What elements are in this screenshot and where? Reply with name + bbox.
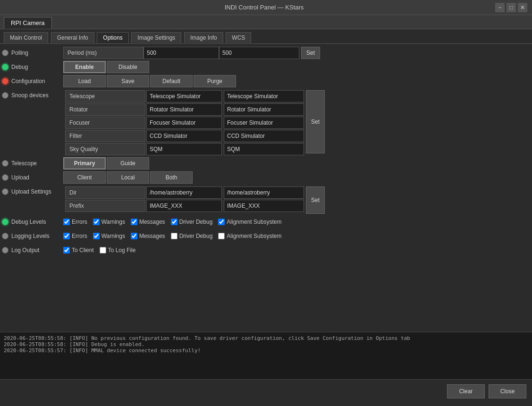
snoop-label: Snoop devices <box>11 92 63 99</box>
snoop-filter-input1[interactable] <box>146 130 222 142</box>
snoop-telescope-label: Telescope <box>65 90 145 102</box>
snoop-rotator-input2[interactable] <box>224 103 304 116</box>
upload-settings-set-button[interactable]: Set <box>306 186 325 214</box>
clear-button[interactable]: Clear <box>447 384 485 398</box>
debug-driver-debug-check[interactable]: Driver Debug <box>171 219 213 225</box>
snoop-telescope-input2[interactable] <box>224 90 304 102</box>
log-to-client-check[interactable]: To Client <box>63 247 94 254</box>
upload-prefix-input1[interactable] <box>146 200 222 212</box>
upload-dir-input2[interactable] <box>224 186 304 199</box>
upload-settings-led <box>2 188 8 195</box>
tab-general-info[interactable]: General Info <box>51 32 94 43</box>
log-output-led <box>2 247 8 254</box>
debug-errors-check[interactable]: Errors <box>63 219 87 225</box>
snoop-focuser-label: Focuser <box>65 117 145 129</box>
upload-settings-row: Upload Settings Dir Prefix Set <box>0 185 532 215</box>
debug-row: Debug Enable Disable <box>0 60 532 74</box>
debug-alignment-checkbox[interactable] <box>218 219 225 225</box>
snoop-skyquality-input1[interactable] <box>146 143 222 155</box>
debug-driver-debug-checkbox[interactable] <box>171 219 177 225</box>
close-button[interactable]: Close <box>489 384 526 398</box>
snoop-telescope-input1[interactable] <box>146 90 222 102</box>
logging-levels-row: Logging Levels Errors Warnings Messages … <box>0 229 532 243</box>
debug-warnings-check[interactable]: Warnings <box>93 219 125 225</box>
log-to-file-check[interactable]: To Log File <box>100 247 136 254</box>
debug-levels-row: Debug Levels Errors Warnings Messages Dr… <box>0 215 532 229</box>
configuration-default-button[interactable]: Default <box>150 75 193 87</box>
logging-levels-checkboxes: Errors Warnings Messages Driver Debug Al… <box>63 233 281 239</box>
tab-image-info[interactable]: Image Info <box>184 32 223 43</box>
telescope-guide-button[interactable]: Guide <box>107 157 149 169</box>
upload-client-button[interactable]: Client <box>63 171 106 184</box>
debug-enable-button[interactable]: Enable <box>63 61 106 73</box>
upload-prefix-row: Prefix <box>65 200 304 212</box>
upload-dir-input1[interactable] <box>146 186 222 199</box>
telescope-led <box>2 160 8 167</box>
debug-levels-led <box>2 219 8 225</box>
debug-messages-check[interactable]: Messages <box>131 219 165 225</box>
telescope-row: Telescope Primary Guide <box>0 156 532 170</box>
configuration-load-button[interactable]: Load <box>63 75 106 87</box>
logging-messages-checkbox[interactable] <box>131 233 137 239</box>
main-content: Polling Period (ms) Set Debug Enable Dis… <box>0 44 532 403</box>
debug-led <box>2 64 8 70</box>
log-line-2: 2020-06-25T08:55:58: [INFO] Debug is ena… <box>4 341 528 347</box>
upload-prefix-input2[interactable] <box>224 200 304 212</box>
logging-errors-check[interactable]: Errors <box>63 233 87 239</box>
log-to-file-checkbox[interactable] <box>100 247 106 254</box>
snoop-rotator-input1[interactable] <box>146 103 222 116</box>
maximize-button[interactable]: □ <box>507 3 516 12</box>
debug-messages-checkbox[interactable] <box>131 219 137 225</box>
logging-driver-debug-checkbox[interactable] <box>171 233 177 239</box>
polling-set-button[interactable]: Set <box>301 47 320 59</box>
log-to-client-checkbox[interactable] <box>63 247 70 254</box>
upload-both-button[interactable]: Both <box>150 171 193 184</box>
snoop-focuser-input2[interactable] <box>224 117 304 129</box>
upload-row: Upload Client Local Both <box>0 170 532 185</box>
window-title: INDI Control Panel — KStars <box>33 4 495 11</box>
snoop-rotator-row: Rotator <box>65 103 304 116</box>
telescope-label: Telescope <box>11 160 63 167</box>
configuration-purge-button[interactable]: Purge <box>194 75 236 87</box>
polling-value2[interactable] <box>219 47 299 59</box>
log-output-checkboxes: To Client To Log File <box>63 247 135 254</box>
upload-local-button[interactable]: Local <box>107 171 149 184</box>
window-close-button[interactable]: ✕ <box>518 3 527 12</box>
polling-led <box>2 50 8 56</box>
log-area: 2020-06-25T08:55:58: [INFO] No previous … <box>0 332 532 379</box>
snoop-rotator-label: Rotator <box>65 103 145 116</box>
snoop-focuser-input1[interactable] <box>146 117 222 129</box>
tab-wcs[interactable]: WCS <box>226 32 251 43</box>
debug-errors-checkbox[interactable] <box>63 219 70 225</box>
snoop-set-button[interactable]: Set <box>306 90 325 153</box>
logging-driver-debug-check[interactable]: Driver Debug <box>171 233 213 239</box>
logging-warnings-check[interactable]: Warnings <box>93 233 125 239</box>
snoop-skyquality-input2[interactable] <box>224 143 304 155</box>
logging-errors-checkbox[interactable] <box>63 233 70 239</box>
tab-main-control[interactable]: Main Control <box>4 32 48 43</box>
debug-alignment-check[interactable]: Alignment Subsystem <box>218 219 281 225</box>
tab-options[interactable]: Options <box>97 32 128 43</box>
upload-settings-grid: Dir Prefix <box>65 186 304 212</box>
debug-warnings-checkbox[interactable] <box>93 219 100 225</box>
tab-image-settings[interactable]: Image Settings <box>131 32 181 43</box>
upload-dir-label: Dir <box>65 186 145 199</box>
footer-bar: Clear Close <box>0 379 532 403</box>
snoop-grid: Telescope Rotator Focuser <box>65 90 304 155</box>
telescope-primary-button[interactable]: Primary <box>63 157 106 169</box>
configuration-save-button[interactable]: Save <box>107 75 149 87</box>
log-line-3: 2020-06-25T08:55:57: [INFO] MMAL device … <box>4 347 528 354</box>
logging-messages-check[interactable]: Messages <box>131 233 165 239</box>
device-tab-rpi-camera[interactable]: RPI Camera <box>4 17 52 29</box>
minimize-button[interactable]: − <box>495 3 505 12</box>
snoop-filter-input2[interactable] <box>224 130 304 142</box>
log-output-row: Log Output To Client To Log File <box>0 243 532 257</box>
logging-warnings-checkbox[interactable] <box>93 233 100 239</box>
debug-label: Debug <box>11 64 63 70</box>
debug-disable-button[interactable]: Disable <box>107 61 149 73</box>
scroll-area[interactable]: Polling Period (ms) Set Debug Enable Dis… <box>0 44 532 332</box>
logging-alignment-check[interactable]: Alignment Subsystem <box>218 233 281 239</box>
polling-value1[interactable] <box>144 47 219 59</box>
logging-alignment-checkbox[interactable] <box>218 233 225 239</box>
upload-prefix-label: Prefix <box>65 200 145 212</box>
